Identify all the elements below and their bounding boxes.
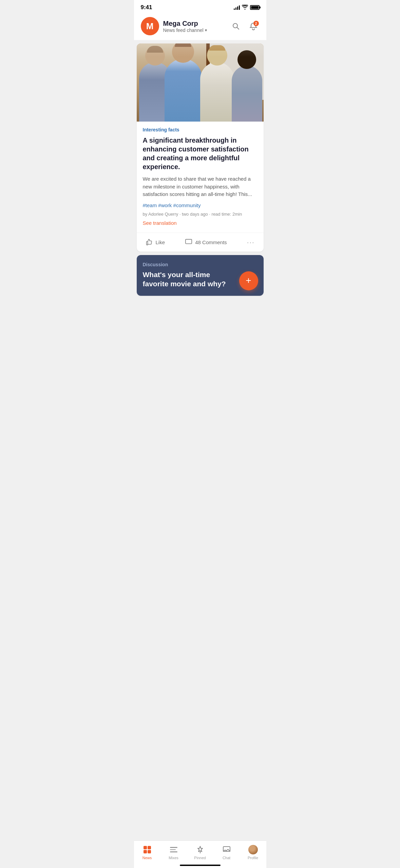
profile-nav-label: Profile	[248, 856, 258, 860]
battery-icon	[250, 5, 260, 10]
more-options-button[interactable]: ···	[244, 237, 258, 248]
svg-line-1	[237, 28, 239, 30]
company-name: Mega Corp	[163, 20, 226, 28]
see-translation-button[interactable]: See translation	[143, 220, 258, 226]
home-indicator	[134, 863, 266, 866]
status-icons	[234, 5, 260, 11]
channel-name: News feed channel	[163, 28, 204, 33]
channel-chevron: ▾	[205, 28, 207, 33]
nav-item-mixes[interactable]: Mixes	[160, 844, 187, 861]
svg-rect-2	[186, 239, 192, 244]
news-image	[137, 43, 264, 122]
nav-item-chat[interactable]: Chat	[213, 844, 240, 861]
create-post-fab[interactable]: +	[239, 271, 258, 290]
news-body: Interesting facts A significant breakthr…	[137, 122, 264, 233]
profile-nav-icon	[248, 845, 258, 854]
channel-selector[interactable]: News feed channel ▾	[163, 28, 226, 33]
notification-badge: 2	[253, 21, 259, 26]
chat-nav-icon	[222, 845, 231, 854]
news-nav-label: News	[142, 856, 152, 860]
news-hashtags[interactable]: #team #work #community	[143, 202, 258, 208]
search-icon	[232, 22, 240, 30]
mixes-nav-label: Mixes	[169, 856, 178, 860]
nav-item-pinned[interactable]: Pinned	[187, 844, 213, 861]
like-label: Like	[156, 239, 165, 245]
wifi-icon	[242, 5, 248, 11]
profile-avatar	[248, 845, 258, 854]
news-actions: Like 48 Comments ···	[137, 233, 264, 252]
pinned-nav-label: Pinned	[194, 856, 206, 860]
nav-item-profile[interactable]: Profile	[240, 844, 266, 861]
comment-icon	[185, 238, 192, 246]
comments-button[interactable]: 48 Comments	[182, 237, 229, 247]
app-header: M Mega Corp News feed channel ▾ 2	[134, 14, 266, 40]
status-bar: 9:41	[134, 0, 266, 14]
pin-icon	[196, 846, 204, 854]
pinned-nav-icon	[195, 845, 205, 854]
discussion-label: Discussion	[143, 262, 258, 267]
logo-letter: M	[146, 21, 154, 32]
mixes-nav-icon	[169, 845, 178, 854]
notification-button[interactable]: 2	[247, 20, 260, 32]
news-category[interactable]: Interesting facts	[143, 127, 258, 132]
nav-item-news[interactable]: News	[134, 844, 160, 861]
comments-label: 48 Comments	[195, 239, 227, 245]
mixes-icon	[170, 847, 177, 852]
signal-icon	[234, 5, 240, 10]
thumbs-up-icon	[146, 238, 153, 246]
company-logo[interactable]: M	[141, 17, 159, 35]
header-text: Mega Corp News feed channel ▾	[163, 20, 226, 33]
header-actions: 2	[230, 20, 260, 32]
grid-icon	[144, 846, 151, 853]
news-excerpt: We are excited to share that we have rea…	[143, 175, 258, 198]
chat-nav-label: Chat	[223, 856, 230, 860]
status-time: 9:41	[141, 4, 152, 11]
search-button[interactable]	[230, 20, 242, 32]
like-button[interactable]: Like	[143, 237, 168, 247]
news-meta: by Adorlee Querry · two days ago · read …	[143, 212, 258, 217]
news-nav-icon	[142, 845, 152, 854]
content-area: Interesting facts A significant breakthr…	[134, 40, 266, 299]
news-headline: A significant breakthrough in enhancing …	[143, 136, 258, 171]
plus-icon: +	[246, 276, 251, 285]
news-card: Interesting facts A significant breakthr…	[137, 43, 264, 252]
chat-icon	[223, 846, 231, 854]
discussion-card[interactable]: Discussion What's your all-time favorite…	[137, 255, 264, 296]
